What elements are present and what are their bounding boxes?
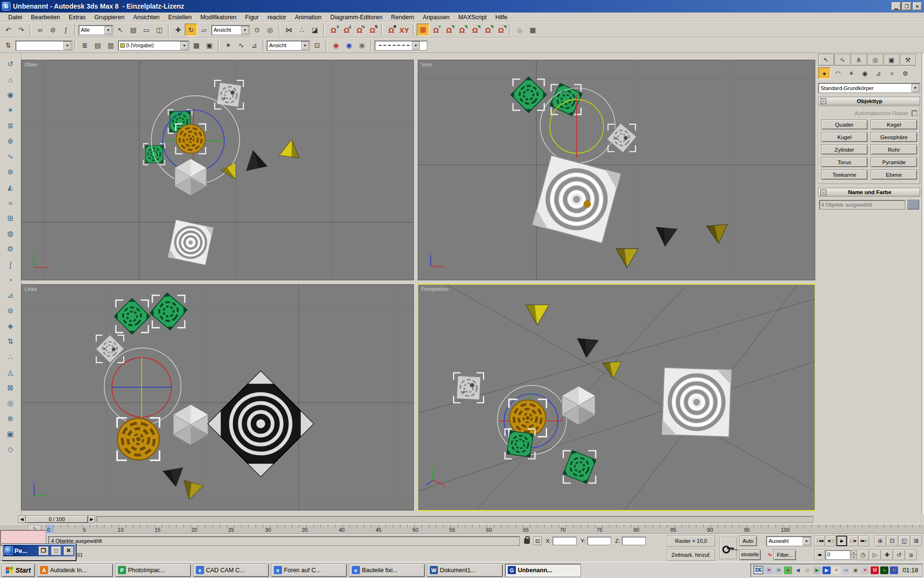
shapes-icon[interactable]: ◠ bbox=[832, 67, 844, 79]
menu-item[interactable]: Anpassen bbox=[419, 13, 454, 22]
object-color-swatch[interactable] bbox=[908, 200, 919, 210]
ghost-cube-object[interactable] bbox=[456, 376, 481, 400]
menu-item[interactable]: Erstellen bbox=[164, 13, 196, 22]
viewport-label[interactable]: Vorn bbox=[421, 62, 432, 67]
reference-coordinate-dropdown[interactable]: Ansicht▼ bbox=[211, 25, 250, 35]
soft-body-modifier-icon[interactable]: ⊿ bbox=[3, 288, 18, 302]
tab-modify[interactable]: ∿ bbox=[834, 54, 850, 66]
add-selection-to-layer-icon[interactable]: ▥ bbox=[104, 39, 117, 52]
panel-scrollbar[interactable] bbox=[922, 53, 924, 514]
green-cube-object[interactable] bbox=[511, 77, 546, 113]
pan-view-button[interactable]: ✚ bbox=[881, 550, 893, 560]
x-coordinate-field[interactable] bbox=[552, 537, 577, 545]
title-bar[interactable]: G Unbenannt - Autodesk 3ds Max 8 - Einze… bbox=[0, 0, 924, 13]
select-and-link-icon[interactable]: ∞ bbox=[34, 24, 46, 36]
rope-collection-icon[interactable]: ✶ bbox=[3, 103, 18, 118]
render-flyout-button[interactable]: ▷ bbox=[869, 550, 881, 560]
cameras-icon[interactable]: ◉ bbox=[859, 67, 871, 79]
snap-option-icon-3[interactable]: Ω◥ bbox=[456, 24, 468, 36]
analyze-world-icon[interactable]: ◇ bbox=[3, 442, 18, 457]
axis-constraint-xy-icon[interactable]: XY bbox=[398, 24, 411, 36]
primitive-button[interactable]: Ebene bbox=[871, 170, 917, 180]
media-player-icon[interactable]: ▶ bbox=[822, 566, 831, 574]
black-tetra-object[interactable] bbox=[576, 339, 599, 359]
snap-option-icon-6[interactable]: Ω◥ bbox=[495, 24, 507, 36]
mini-close-button[interactable]: ✕ bbox=[64, 546, 74, 555]
preview-animation-icon[interactable]: ▣ bbox=[3, 427, 18, 441]
primitive-button[interactable]: Kugel bbox=[821, 132, 868, 142]
absolute-mode-toggle[interactable]: ⊡ bbox=[533, 537, 542, 545]
taskbar-app-button[interactable]: e Bauteile fixi... bbox=[349, 564, 425, 577]
tab-create[interactable]: ↖ bbox=[818, 54, 834, 66]
viewport-label[interactable]: Links bbox=[25, 286, 37, 292]
menu-item[interactable]: Ansichten bbox=[129, 13, 164, 22]
yellow-tetra-object[interactable] bbox=[180, 480, 204, 502]
add-time-tag-button[interactable]: Zeitmark. hinzuf. bbox=[667, 549, 715, 561]
taskbar-app-button[interactable]: W Dokument1... bbox=[427, 564, 503, 577]
green-cube-object[interactable] bbox=[507, 431, 533, 457]
mini-restore-button[interactable]: ❒ bbox=[38, 546, 49, 555]
primitive-button[interactable]: Rohr bbox=[871, 144, 917, 155]
ghost-cube-object[interactable] bbox=[96, 335, 124, 363]
select-and-scale-icon[interactable]: ▱ bbox=[198, 24, 210, 36]
rope-modifier-icon[interactable]: ⊚ bbox=[3, 303, 18, 318]
viewport-canvas-left[interactable]: zy bbox=[22, 285, 413, 510]
default-tangent-icon[interactable]: ∿ bbox=[768, 552, 772, 558]
key-mode-toggle[interactable]: ◀▶ bbox=[814, 550, 825, 560]
zoom-extents-button[interactable]: ◱ bbox=[898, 536, 910, 546]
spring-icon[interactable]: ∿ bbox=[3, 149, 18, 164]
align-icon[interactable]: ∴ bbox=[295, 24, 308, 36]
object-name-field[interactable]: 4 Objekte ausgewählt bbox=[819, 200, 905, 210]
use-pivot-center-icon[interactable]: ⊙ bbox=[251, 24, 263, 36]
deforming-mesh-icon[interactable]: ≣ bbox=[3, 118, 18, 133]
zoom-extents-all-button[interactable]: ⊞ bbox=[911, 536, 922, 546]
menu-item[interactable]: Modifikatoren bbox=[196, 13, 241, 22]
play-button[interactable]: ▶ bbox=[836, 536, 847, 546]
yellow-tetra-object[interactable] bbox=[526, 305, 549, 325]
time-slider-track[interactable] bbox=[96, 516, 813, 523]
viewport-top[interactable]: Oben bbox=[21, 60, 414, 280]
taskbar-app-button[interactable]: e Foren auf C... bbox=[271, 564, 347, 577]
minimize-button[interactable]: ▁ bbox=[891, 2, 901, 11]
menu-item[interactable]: Extras bbox=[64, 13, 90, 22]
water-icon[interactable]: ∫ bbox=[3, 257, 18, 272]
dope-sheet-icon[interactable]: ◉ bbox=[343, 39, 355, 52]
curve-editor-icon[interactable]: ◉ bbox=[330, 39, 342, 52]
taskbar-app-button[interactable]: e CAD CAM C... bbox=[193, 564, 269, 577]
layer-dropdown[interactable]: 0 (Vorgabe)▼ bbox=[118, 40, 189, 51]
primitive-button[interactable]: Zylinder bbox=[821, 144, 868, 155]
select-object-icon[interactable]: ↖ bbox=[114, 24, 127, 36]
schematic-view-icon[interactable]: ◉ bbox=[356, 39, 368, 52]
track-bar[interactable]: ∿ 05101520253035404550556065707580859095… bbox=[0, 524, 924, 534]
messenger-busy-icon[interactable]: ● bbox=[784, 566, 792, 574]
language-indicator[interactable]: DE bbox=[754, 566, 763, 574]
named-selection-sets-dropdown[interactable]: ▼ bbox=[15, 40, 72, 51]
percent-snap-icon[interactable]: Ω% bbox=[353, 24, 366, 36]
render-scene-icon[interactable]: ♨ bbox=[513, 24, 526, 36]
object-category-dropdown[interactable]: Standard-Grundkörper▼ bbox=[818, 83, 920, 93]
go-to-end-button[interactable]: ▶▶❘ bbox=[859, 536, 869, 546]
cloth-collection-icon[interactable]: ⌂ bbox=[3, 72, 18, 87]
spinner-snap-icon[interactable]: Ω⇅ bbox=[366, 24, 379, 36]
yellow-tetra-object[interactable] bbox=[280, 138, 302, 158]
frame-back-arrow[interactable]: ◀ bbox=[18, 515, 26, 523]
gold-tetra-object[interactable] bbox=[706, 224, 729, 245]
black-tetra-object[interactable] bbox=[654, 227, 677, 248]
rollout-objekttyp[interactable]: − Objekttyp bbox=[818, 97, 920, 105]
key-filter-dropdown[interactable]: Auswahl▼ bbox=[766, 536, 811, 546]
menu-item[interactable]: Figur bbox=[241, 13, 263, 22]
frame-forward-arrow[interactable]: ▶ bbox=[88, 515, 95, 523]
server-run-icon[interactable]: ▶ bbox=[813, 566, 821, 574]
selection-filter-dropdown[interactable]: Alle▼ bbox=[78, 25, 113, 35]
black-tetra-object[interactable] bbox=[163, 468, 186, 488]
fracture-icon[interactable]: ⚙ bbox=[3, 242, 18, 256]
display-settings-icon[interactable]: ▭ bbox=[842, 566, 850, 574]
gold-sphere-object[interactable] bbox=[510, 400, 546, 436]
plane-helper-icon[interactable]: ⊕ bbox=[3, 134, 18, 148]
snapshot-icon[interactable]: ⊿ bbox=[248, 39, 260, 52]
angle-snap-icon[interactable]: Ω∠ bbox=[340, 24, 353, 36]
helpers-icon[interactable]: ⊿ bbox=[872, 67, 885, 79]
icosahedron-object[interactable] bbox=[562, 386, 595, 424]
frame-spinner[interactable]: ▲▼ bbox=[851, 550, 857, 560]
redo-icon[interactable]: ↷ bbox=[15, 24, 27, 36]
